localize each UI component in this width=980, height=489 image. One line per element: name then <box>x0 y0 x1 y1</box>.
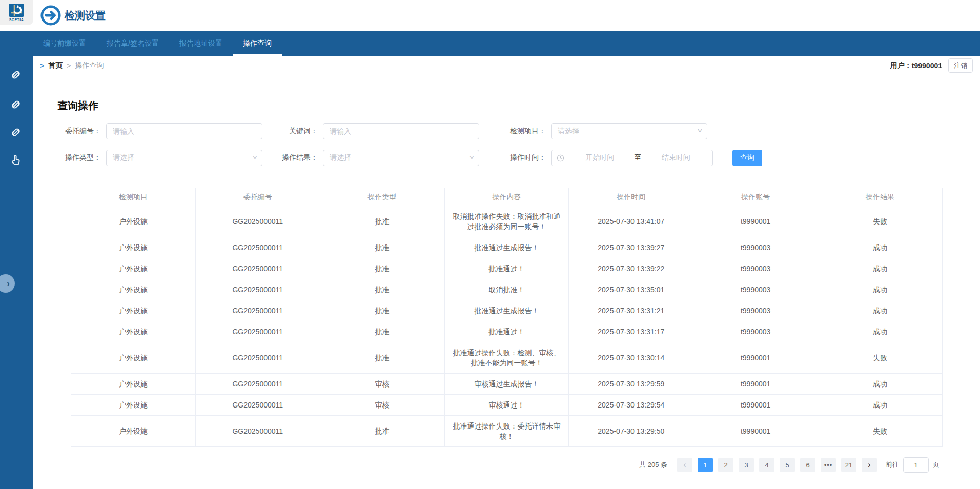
table-cell: t9990003 <box>693 321 818 342</box>
table-cell: 成功 <box>818 300 943 321</box>
end-time-placeholder[interactable]: 结束时间 <box>645 153 708 162</box>
section-heading: 查询操作 <box>57 99 980 113</box>
scetia-logo-text: SCETIA <box>9 18 24 22</box>
table-cell: t9990003 <box>693 279 818 300</box>
table-cell: GG2025000011 <box>195 206 320 237</box>
table-cell: 审核 <box>320 374 444 395</box>
goto-label: 前往 <box>886 460 899 470</box>
table-cell: 审核通过生成报告！ <box>444 374 569 395</box>
table-cell: 户外设施 <box>71 279 196 300</box>
select-placeholder: 请选择 <box>113 153 134 162</box>
test-item-select[interactable]: 请选择 ˅ <box>551 123 707 139</box>
table-cell: 2025-07-30 13:35:01 <box>569 279 693 300</box>
field-label: 操作结果： <box>282 153 318 162</box>
results-table: 检测项目 委托编号 操作类型 操作内容 操作时间 操作账号 操作结果 户外设施G… <box>71 188 943 447</box>
table-row: 户外设施GG2025000011批准批准通过操作失败：检测、审核、批准不能为同一… <box>71 342 943 374</box>
table-cell: 户外设施 <box>71 258 196 279</box>
results-table-wrap: 检测项目 委托编号 操作类型 操作内容 操作时间 操作账号 操作结果 户外设施G… <box>71 188 943 447</box>
table-cell: 2025-07-30 13:39:22 <box>569 258 693 279</box>
pager-prev-button[interactable]: ‹ <box>677 458 692 472</box>
field-label: 操作时间： <box>507 153 546 162</box>
pager-page-5[interactable]: 5 <box>780 458 795 472</box>
table-cell: 2025-07-30 13:39:27 <box>569 237 693 258</box>
pager-page-6[interactable]: 6 <box>800 458 815 472</box>
operation-type-select[interactable]: 请选择 ˅ <box>106 150 262 166</box>
chevron-down-icon: ˅ <box>253 154 258 161</box>
table-row: 户外设施GG2025000011批准批准通过操作失败：委托详情未审核！2025-… <box>71 416 943 447</box>
pager-page-1[interactable]: 1 <box>698 458 713 472</box>
search-button[interactable]: 查询 <box>732 150 762 166</box>
pager-ellipsis[interactable]: ••• <box>821 458 836 472</box>
operation-result-select[interactable]: 请选择 ˅ <box>323 150 479 166</box>
goto-unit: 页 <box>933 460 940 470</box>
top-navbar: 编号前缀设置 报告章/签名设置 报告地址设置 操作查询 <box>0 31 980 56</box>
table-cell: 户外设施 <box>71 206 196 237</box>
start-time-placeholder[interactable]: 开始时间 <box>568 153 631 162</box>
table-cell: GG2025000011 <box>195 258 320 279</box>
pagination-bar: 共 205 条 ‹ 123456•••21 › 前往 页 <box>71 457 943 473</box>
pager-next-button[interactable]: › <box>862 458 877 472</box>
table-cell: 批准 <box>320 416 444 447</box>
table-cell: GG2025000011 <box>195 300 320 321</box>
app-header: 检测设置 <box>33 0 980 31</box>
table-cell: 户外设施 <box>71 321 196 342</box>
tab-report-seal-signature-settings[interactable]: 报告章/签名设置 <box>96 31 169 56</box>
goto-page-input[interactable] <box>903 457 929 473</box>
table-row: 户外设施GG2025000011批准取消批准操作失败：取消批准和通过批准必须为同… <box>71 206 943 237</box>
table-cell: 2025-07-30 13:29:54 <box>569 395 693 416</box>
pager-page-4[interactable]: 4 <box>759 458 774 472</box>
table-cell: 审核通过！ <box>444 395 569 416</box>
select-placeholder: 请选择 <box>558 127 579 136</box>
tab-operation-query[interactable]: 操作查询 <box>233 31 282 56</box>
table-cell: GG2025000011 <box>195 416 320 447</box>
breadcrumb-separator: > <box>67 62 71 70</box>
table-row: 户外设施GG2025000011批准批准通过！2025-07-30 13:31:… <box>71 321 943 342</box>
table-row: 户外设施GG2025000011批准取消批准！2025-07-30 13:35:… <box>71 279 943 300</box>
pager-page-3[interactable]: 3 <box>739 458 754 472</box>
tab-report-address-settings[interactable]: 报告地址设置 <box>169 31 233 56</box>
range-separator: 至 <box>631 153 645 162</box>
field-test-item: 检测项目： 请选择 ˅ <box>507 123 707 139</box>
table-cell: t9990001 <box>693 416 818 447</box>
sidebar-expand-button[interactable]: › <box>0 274 15 293</box>
commission-number-input[interactable] <box>107 124 262 139</box>
table-cell: 成功 <box>818 321 943 342</box>
table-cell: 成功 <box>818 258 943 279</box>
table-cell: GG2025000011 <box>195 321 320 342</box>
col-header-commission-number: 委托编号 <box>195 188 320 206</box>
table-cell: 2025-07-30 13:29:50 <box>569 416 693 447</box>
field-label: 关键词： <box>282 127 318 136</box>
link-icon[interactable] <box>9 125 23 139</box>
chevron-down-icon: ˅ <box>469 154 475 161</box>
keyword-input[interactable] <box>323 124 479 139</box>
col-header-operation-content: 操作内容 <box>444 188 569 206</box>
link-icon[interactable] <box>9 68 23 82</box>
table-cell: GG2025000011 <box>195 279 320 300</box>
logout-button[interactable]: 注销 <box>948 58 973 73</box>
table-cell: 取消批准！ <box>444 279 569 300</box>
sidebar: › <box>0 31 33 489</box>
chevron-right-icon: › <box>7 278 10 289</box>
field-keyword: 关键词： <box>282 123 479 139</box>
link-icon[interactable] <box>9 97 23 112</box>
table-cell: 成功 <box>818 395 943 416</box>
table-cell: 批准通过！ <box>444 258 569 279</box>
clock-icon <box>557 154 564 162</box>
pager-page-21[interactable]: 21 <box>841 458 856 472</box>
tab-number-prefix-settings[interactable]: 编号前缀设置 <box>33 31 96 56</box>
pager-page-2[interactable]: 2 <box>718 458 733 472</box>
hand-click-icon[interactable] <box>9 153 23 167</box>
table-cell: 批准 <box>320 279 444 300</box>
scetia-logo[interactable]: SCETIA <box>0 0 33 25</box>
operation-time-range-picker[interactable]: 开始时间 至 结束时间 <box>551 150 713 166</box>
breadcrumb-home[interactable]: 首页 <box>48 61 63 70</box>
page-title: 检测设置 <box>65 9 106 23</box>
field-label: 检测项目： <box>507 127 546 136</box>
table-cell: t9990001 <box>693 342 818 374</box>
field-label: 操作类型： <box>57 153 101 162</box>
field-commission-number: 委托编号： <box>57 123 262 139</box>
field-operation-type: 操作类型： 请选择 ˅ <box>57 150 262 166</box>
query-form-row-1: 委托编号： 关键词： 检测项目： 请选择 ˅ <box>57 123 980 139</box>
select-placeholder: 请选择 <box>330 153 351 162</box>
breadcrumb-current: 操作查询 <box>75 61 104 70</box>
